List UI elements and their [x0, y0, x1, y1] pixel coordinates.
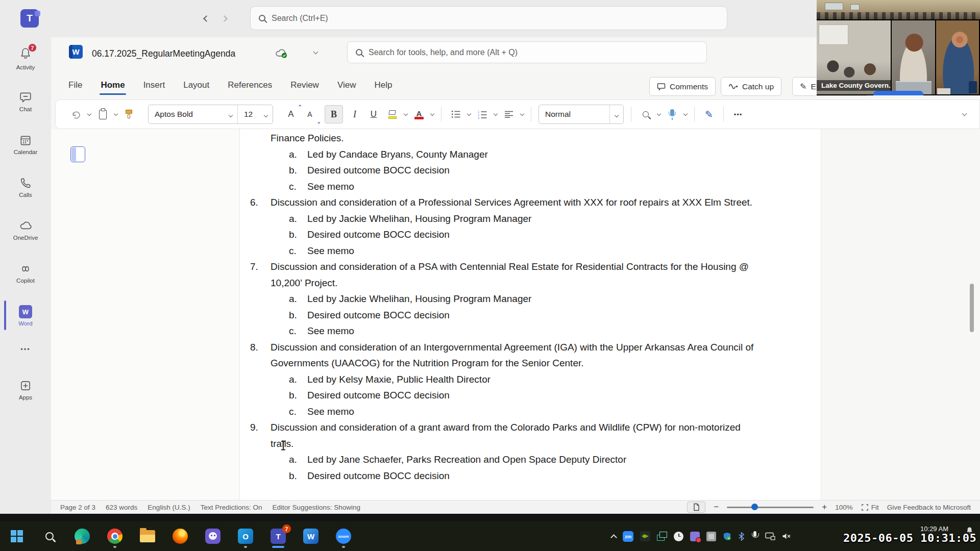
feedback-link[interactable]: Give Feedback to Microsoft	[887, 504, 971, 511]
taskbar-word[interactable]: W	[302, 528, 320, 545]
font-color-chevron-icon[interactable]	[430, 111, 434, 115]
page-indicator[interactable]: Page 2 of 3	[60, 504, 95, 511]
doc-title-chevron-icon[interactable]	[313, 49, 318, 55]
tab-home[interactable]: Home	[101, 80, 125, 90]
undo-button[interactable]	[69, 105, 83, 123]
tab-help[interactable]: Help	[374, 80, 392, 90]
undo-chevron-icon[interactable]	[87, 111, 91, 115]
forward-icon[interactable]	[221, 15, 228, 22]
sidebar-item-apps[interactable]: Apps	[0, 373, 51, 406]
font-size-select[interactable]: 12	[238, 110, 259, 119]
tray-notifier-app[interactable]	[690, 532, 700, 541]
sidebar-more-icon[interactable]: •••	[20, 345, 31, 353]
style-chevron-icon[interactable]	[615, 113, 619, 117]
taskbar-search-button[interactable]	[41, 528, 58, 545]
teams-search-bar[interactable]	[250, 6, 727, 30]
start-button[interactable]	[8, 528, 26, 545]
tray-cast[interactable]	[765, 532, 775, 541]
tray-gpu-app[interactable]	[640, 531, 650, 541]
bullet-list-chevron-icon[interactable]	[467, 111, 471, 115]
taskbar-zoom[interactable]: zoom	[335, 528, 352, 545]
meeting-toolbar-pill[interactable]	[873, 91, 923, 95]
font-color-button[interactable]: A	[412, 105, 426, 123]
teams-search-input[interactable]	[272, 14, 719, 23]
video-room-wide[interactable]	[817, 0, 980, 19]
tab-review[interactable]: Review	[290, 80, 319, 90]
tray-clock-app[interactable]	[674, 532, 683, 541]
taskbar-app-purple[interactable]	[204, 528, 222, 545]
highlight-chevron-icon[interactable]	[404, 111, 408, 115]
ribbon-more-button[interactable]: •••	[731, 105, 745, 123]
taskbar-firefox[interactable]	[172, 528, 189, 545]
sidebar-item-calls[interactable]: Calls	[0, 171, 51, 204]
zoom-in-button[interactable]: +	[822, 502, 827, 512]
tab-file[interactable]: File	[68, 80, 82, 90]
zoom-slider[interactable]	[727, 507, 814, 508]
print-layout-view-button[interactable]	[687, 502, 705, 513]
tray-zoom[interactable]: zm	[623, 531, 633, 542]
fit-button[interactable]: Fit	[861, 504, 879, 511]
tray-bluetooth[interactable]	[738, 532, 745, 541]
find-chevron-icon[interactable]	[657, 111, 661, 115]
taskbar-app-teal[interactable]	[74, 528, 91, 545]
vertical-scrollbar[interactable]	[970, 284, 974, 332]
paste-chevron-icon[interactable]	[114, 111, 118, 115]
tab-references[interactable]: References	[228, 80, 272, 90]
video-tile-room[interactable]: Lake County Govern...	[817, 20, 891, 94]
bullet-list-button[interactable]	[449, 105, 463, 123]
sidebar-item-calendar[interactable]: Calendar	[0, 128, 51, 161]
catch-up-button[interactable]: Catch up	[721, 77, 781, 96]
numbered-list-button[interactable]: 123	[475, 105, 489, 123]
text-predictions-toggle[interactable]: Text Predictions: On	[201, 504, 262, 511]
word-count[interactable]: 623 words	[106, 504, 137, 511]
italic-button[interactable]: I	[348, 105, 362, 123]
shrink-font-button[interactable]: A⌄	[303, 105, 317, 123]
doc-title[interactable]: 06.17.2025_RegularMeetingAgenda	[92, 48, 235, 59]
zoom-slider-thumb[interactable]	[751, 504, 758, 510]
find-button[interactable]	[639, 105, 653, 123]
sidebar-item-word[interactable]: W Word	[0, 299, 51, 332]
sidebar-item-copilot[interactable]: Copilot	[0, 257, 51, 289]
tab-view[interactable]: View	[337, 80, 356, 90]
format-painter-button[interactable]	[122, 105, 136, 123]
align-button[interactable]	[502, 105, 516, 123]
word-search-input[interactable]	[369, 48, 698, 57]
video-tile-participant-2[interactable]	[935, 20, 979, 94]
font-size-chevron-icon[interactable]	[264, 113, 268, 117]
document-area[interactable]: Finance Policies. a. Led by Candace Brya…	[51, 129, 980, 500]
grow-font-button[interactable]: A⌃	[284, 105, 298, 123]
tray-snipping-app[interactable]	[657, 531, 667, 541]
editor-suggestions-toggle[interactable]: Editor Suggestions: Showing	[272, 504, 360, 511]
back-icon[interactable]	[203, 15, 210, 22]
sidebar-item-activity[interactable]: 7 Activity	[0, 42, 51, 75]
language-indicator[interactable]: English (U.S.)	[148, 504, 190, 511]
document-text[interactable]: Finance Policies. a. Led by Candace Brya…	[250, 130, 801, 484]
zoom-out-button[interactable]: −	[714, 502, 719, 512]
taskbar-chrome[interactable]	[106, 528, 124, 545]
editor-button[interactable]: ✎	[702, 105, 716, 123]
meeting-video-overlay[interactable]: Lake County Govern...	[817, 0, 980, 95]
tray-windows-security[interactable]	[723, 532, 731, 541]
tray-utility-app[interactable]	[706, 532, 716, 541]
font-name-select[interactable]: Aptos Bold	[149, 110, 224, 119]
comments-button[interactable]: Comments	[649, 77, 716, 96]
font-name-chevron-icon[interactable]	[229, 113, 233, 117]
dictate-chevron-icon[interactable]	[683, 111, 688, 115]
word-search-bar[interactable]	[347, 41, 707, 63]
tray-show-hidden-icons[interactable]	[611, 533, 616, 540]
taskbar-teams[interactable]: T 7	[270, 528, 287, 545]
highlight-button[interactable]	[385, 105, 400, 123]
video-tile-participant-1[interactable]	[891, 20, 935, 94]
dictate-button[interactable]	[665, 105, 679, 123]
zoom-level[interactable]: 100%	[835, 504, 853, 511]
taskbar-outlook[interactable]: O	[237, 528, 254, 545]
tab-layout[interactable]: Layout	[183, 80, 209, 90]
paste-button[interactable]	[95, 105, 110, 123]
sidebar-item-chat[interactable]: Chat	[0, 85, 51, 118]
tray-volume-muted[interactable]	[782, 533, 791, 540]
align-chevron-icon[interactable]	[520, 111, 524, 115]
sidebar-item-onedrive[interactable]: OneDrive	[0, 214, 51, 246]
numbered-list-chevron-icon[interactable]	[494, 111, 498, 115]
navigation-pane-toggle[interactable]	[70, 146, 85, 162]
taskbar-file-explorer[interactable]	[139, 528, 156, 545]
